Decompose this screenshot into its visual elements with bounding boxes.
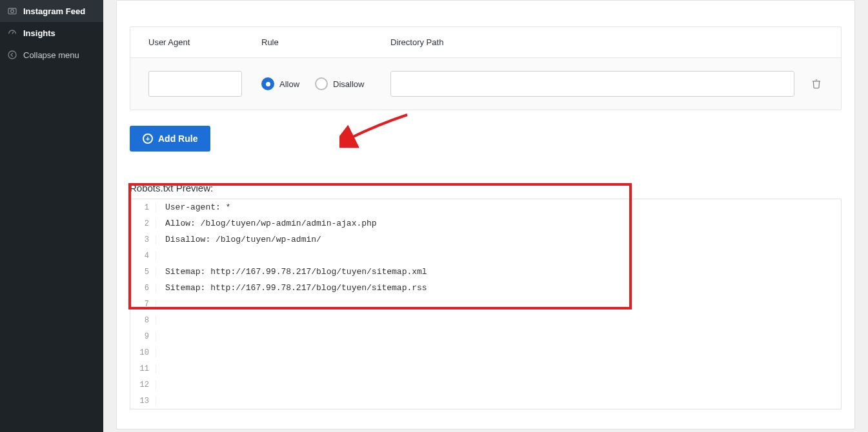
allow-label: Allow [279,79,299,89]
gauge-icon [6,27,18,39]
line-number: 13 [130,397,156,406]
add-rule-label: Add Rule [158,133,197,144]
user-agent-input[interactable] [148,71,242,97]
line-content: Disallow: /blog/tuyen/wp-admin/ [156,235,321,244]
code-line: 12 [130,377,841,393]
disallow-label: Disallow [333,79,364,89]
radio-disallow[interactable] [315,77,328,90]
rules-header: User Agent Rule Directory Path [130,27,841,58]
code-line: 9 [130,328,841,344]
line-content: Allow: /blog/tuyen/wp-admin/admin-ajax.p… [156,219,377,228]
robots-editor-card: User Agent Rule Directory Path Allow [116,0,855,429]
svg-point-3 [8,51,16,59]
line-number: 4 [130,251,156,260]
sidebar-item-label: Insights [23,28,56,38]
collapse-icon [6,49,18,61]
code-line: 5Sitemap: http://167.99.78.217/blog/tuye… [130,264,841,280]
line-number: 2 [130,219,156,228]
code-line: 6Sitemap: http://167.99.78.217/blog/tuye… [130,280,841,296]
rules-table: User Agent Rule Directory Path Allow [130,26,842,110]
line-number: 9 [130,332,156,341]
code-line: 13 [130,393,841,409]
directory-path-input[interactable] [390,71,794,97]
radio-allow[interactable] [261,77,274,90]
sidebar-item-label: Collapse menu [23,50,79,60]
rule-row: Allow Disallow [130,58,841,110]
camera-icon [6,5,18,17]
code-line: 10 [130,344,841,360]
sidebar-item-insights[interactable]: Insights [0,22,103,44]
main-content: User Agent Rule Directory Path Allow [103,0,868,432]
robots-preview[interactable]: 1User-agent: *2Allow: /blog/tuyen/wp-adm… [130,199,842,409]
arrow-annotation [339,112,417,150]
allow-radio-option[interactable]: Allow [261,77,299,90]
code-line: 3Disallow: /blog/tuyen/wp-admin/ [130,231,841,248]
line-number: 10 [130,348,156,357]
sidebar-item-instagram-feed[interactable]: Instagram Feed [0,0,103,22]
preview-label: Robots.txt Preview: [117,152,854,199]
svg-point-1 [11,10,14,13]
code-line: 2Allow: /blog/tuyen/wp-admin/admin-ajax.… [130,215,841,231]
plus-circle-icon: + [143,133,153,144]
line-number: 12 [130,380,156,389]
code-line: 11 [130,360,841,377]
disallow-radio-option[interactable]: Disallow [315,77,364,90]
sidebar-item-collapse[interactable]: Collapse menu [0,44,103,66]
line-number: 7 [130,300,156,309]
line-number: 5 [130,268,156,277]
line-content: Sitemap: http://167.99.78.217/blog/tuyen… [156,283,427,293]
code-line: 7 [130,296,841,312]
add-rule-button[interactable]: + Add Rule [130,126,210,152]
line-number: 3 [130,235,156,244]
sidebar-item-label: Instagram Feed [23,6,85,16]
line-number: 1 [130,203,156,212]
line-number: 6 [130,284,156,293]
code-line: 4 [130,248,841,264]
code-line: 8 [130,312,841,328]
svg-line-2 [12,32,14,34]
line-number: 11 [130,364,156,373]
header-path: Directory Path [390,37,823,47]
line-content: Sitemap: http://167.99.78.217/blog/tuyen… [156,267,427,277]
code-line: 1User-agent: * [130,199,841,215]
rule-radio-group: Allow Disallow [261,77,390,90]
delete-icon[interactable] [810,77,823,90]
line-number: 8 [130,316,156,325]
svg-rect-0 [8,8,16,14]
header-rule: Rule [261,37,390,47]
admin-sidebar: Instagram Feed Insights Collapse menu [0,0,103,432]
header-user-agent: User Agent [148,37,261,47]
line-content: User-agent: * [156,202,230,212]
